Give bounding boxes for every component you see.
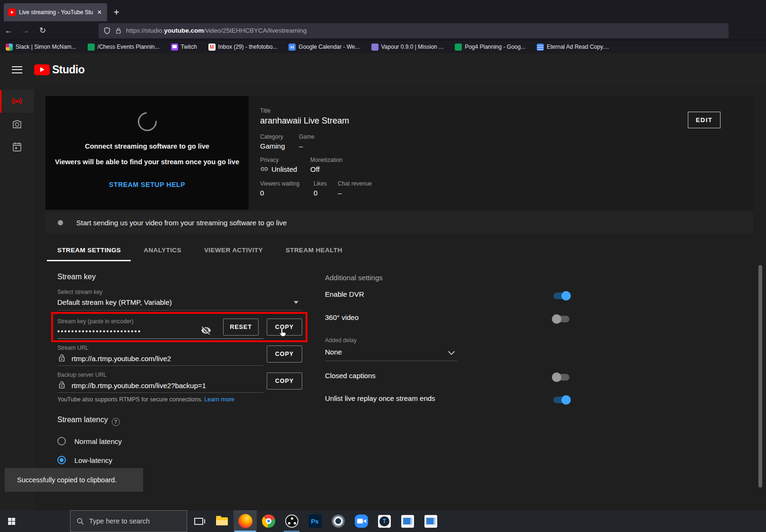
closed-captions-toggle[interactable] (553, 374, 569, 381)
reload-icon[interactable]: ↻ (34, 26, 51, 35)
chevron-down-icon[interactable] (448, 348, 455, 355)
t-app-button[interactable]: T (373, 510, 396, 532)
link-icon (260, 165, 269, 173)
window-app-button[interactable] (396, 510, 419, 532)
chat-revenue-label: Chat revenue (338, 180, 372, 187)
bookmark-eternal[interactable]: Eternal Ad Read Copy.... (537, 44, 609, 51)
bookmark-chess-events[interactable]: /Chess Events Plannin... (88, 44, 160, 51)
reset-button[interactable]: RESET (223, 319, 259, 336)
stream-key-field-label: Stream key (paste in encoder) (57, 318, 134, 325)
backup-url-value: rtmp://b.rtmp.youtube.com/live2?backup=1 (72, 381, 206, 390)
lock-icon[interactable] (115, 27, 122, 34)
stream-key-select[interactable]: Default stream key (RTMP, Variable) (57, 298, 172, 306)
docs-favicon (537, 44, 544, 51)
visibility-off-icon[interactable] (201, 325, 211, 337)
normal-latency-radio[interactable] (57, 437, 66, 445)
firefox-button[interactable] (234, 510, 257, 532)
bookmark-vapour[interactable]: Vapour 0.9.0 | Mission ... (371, 44, 444, 51)
low-latency-radio[interactable] (57, 456, 66, 464)
taskbar-search[interactable] (70, 510, 187, 532)
chat-revenue-value: – (338, 189, 342, 197)
search-input[interactable] (89, 517, 174, 525)
added-delay-label: Added delay (325, 337, 357, 344)
normal-latency-label: Normal latency (74, 437, 122, 445)
studio-header: Studio (0, 53, 766, 86)
stream-overview: Connect streaming software to go live Vi… (45, 96, 753, 210)
sidebar-item-webcam[interactable] (0, 113, 34, 135)
obs-button[interactable] (280, 510, 303, 532)
tab-stream-settings[interactable]: STREAM SETTINGS (45, 239, 132, 261)
studio-logo[interactable]: Studio (34, 63, 85, 76)
t-app-icon: T (378, 515, 391, 528)
browser-titlebar: Live streaming - YouTube Studi ✕ + (0, 0, 766, 21)
tab-stream-health[interactable]: STREAM HEALTH (274, 239, 354, 261)
stream-status-bar: Start sending us your video from your st… (45, 212, 753, 233)
select-stream-key-label: Select stream key (57, 289, 102, 295)
bookmark-pog4[interactable]: Pog4 Planning - Goog... (455, 44, 525, 51)
calendar-icon (11, 141, 23, 152)
edit-button[interactable]: EDIT (688, 112, 721, 128)
sidebar-item-manage[interactable] (0, 135, 34, 158)
photoshop-button[interactable]: Ps (303, 510, 326, 532)
status-message: Start sending us your video from your st… (76, 219, 287, 227)
video-360-toggle[interactable] (553, 316, 569, 322)
enable-dvr-toggle[interactable] (553, 293, 569, 299)
rtmps-note: YouTube also supports RTMPS for secure c… (57, 396, 234, 403)
new-tab-button[interactable]: + (114, 7, 119, 18)
menu-icon[interactable] (12, 66, 22, 73)
app-window-icon (401, 515, 414, 528)
additional-settings-title: Additional settings (325, 274, 383, 282)
calendar-favicon: 31 (288, 44, 296, 51)
category-value: Gaming (260, 142, 285, 150)
video-360-label: 360° video (325, 313, 359, 321)
chrome-button[interactable] (257, 510, 280, 532)
viewers-waiting-value: 0 (260, 189, 264, 197)
stream-key-section-title: Stream key (57, 273, 96, 281)
bookmark-twitch[interactable]: Twitch (171, 44, 197, 51)
bookmark-calendar[interactable]: 31Google Calendar - We... (288, 44, 360, 51)
likes-value: 0 (314, 189, 317, 197)
windows-logo-icon (8, 518, 15, 525)
back-icon[interactable]: ← (0, 26, 17, 35)
monetization-label: Monetization (310, 157, 342, 163)
chrome-icon (262, 514, 275, 528)
sidebar-item-livestream[interactable] (0, 90, 34, 113)
tab-close-icon[interactable]: ✕ (96, 8, 103, 17)
dropdown-arrow-icon[interactable] (294, 301, 298, 304)
tab-analytics[interactable]: ANALYTICS (132, 239, 193, 261)
shield-icon[interactable] (103, 27, 111, 35)
cursor-pointer (279, 328, 288, 340)
zoom-button[interactable] (350, 510, 373, 532)
help-icon[interactable]: ? (112, 418, 120, 426)
learn-more-link[interactable]: Learn more (204, 396, 234, 403)
bookmark-slack[interactable]: Slack | Simon McNam... (6, 44, 76, 51)
stream-latency-title: Stream latency? (57, 416, 120, 426)
game-value: – (299, 142, 303, 150)
unlist-replay-toggle[interactable] (553, 397, 569, 403)
copy-backup-url-button[interactable]: COPY (267, 372, 302, 390)
start-button[interactable] (0, 510, 23, 532)
main-content: Connect streaming software to go live Vi… (34, 86, 766, 510)
lens-app-button[interactable] (326, 510, 350, 532)
tab-viewer-activity[interactable]: VIEWER ACTIVITY (193, 239, 274, 261)
added-delay-select[interactable]: None (325, 348, 342, 356)
photoshop-icon: Ps (308, 514, 322, 528)
url-text: https://studio.youtube.com/video/25tEHHC… (126, 27, 306, 34)
privacy-label: Privacy (260, 157, 279, 163)
stream-setup-help-link[interactable]: STREAM SETUP HELP (109, 181, 185, 188)
scrollbar[interactable] (758, 265, 762, 488)
monetization-value: Off (310, 165, 320, 173)
window-app-button[interactable] (419, 510, 442, 532)
screen: Live streaming - YouTube Studi ✕ + ← → ↻… (0, 0, 766, 532)
stream-preview: Connect streaming software to go live Vi… (45, 96, 249, 210)
task-view-button[interactable] (187, 510, 210, 532)
app-window-icon (424, 515, 437, 528)
bookmark-inbox[interactable]: MInbox (29) - thefotobo... (208, 44, 278, 51)
browser-tab[interactable]: Live streaming - YouTube Studi ✕ (4, 3, 107, 21)
vapour-favicon (371, 44, 378, 51)
forward-icon[interactable]: → (17, 26, 34, 35)
status-dot-icon (58, 220, 63, 225)
copy-stream-url-button[interactable]: COPY (267, 346, 302, 363)
url-bar[interactable]: https://studio.youtube.com/video/25tEHHC… (99, 23, 729, 38)
file-explorer-button[interactable] (210, 510, 234, 532)
